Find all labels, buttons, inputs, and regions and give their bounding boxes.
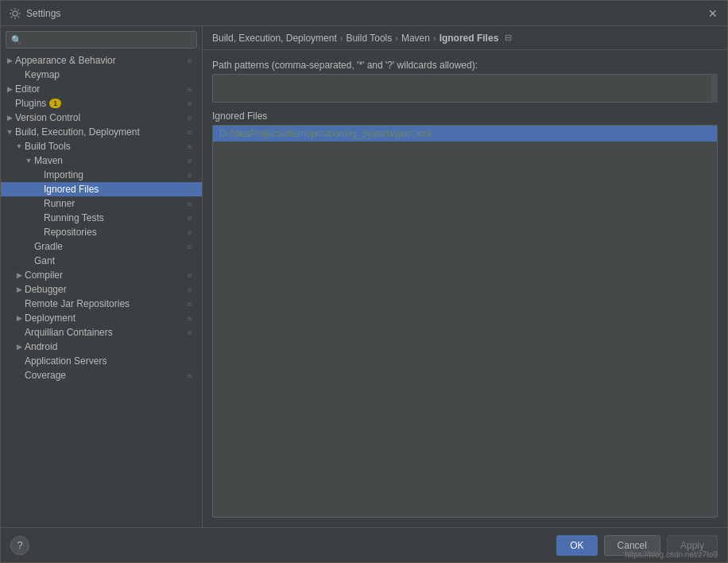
arrow-build-tools: ▼ (14, 142, 25, 150)
sidebar-item-repositories[interactable]: Repositories ≡ (1, 225, 202, 239)
ignored-files-list[interactable]: D:/IdeaProjects/demopositioning_system/p… (212, 125, 718, 518)
sidebar-item-build-exec[interactable]: ▼ Build, Execution, Deployment ≡ (1, 125, 202, 139)
sidebar-item-app-servers[interactable]: Application Servers (1, 354, 202, 368)
dialog-title: Settings (26, 8, 60, 19)
sidebar-item-deployment[interactable]: ▶ Deployment ≡ (1, 311, 202, 325)
ignored-files-label: Ignored Files (212, 111, 718, 122)
label-editor: Editor (15, 83, 40, 95)
label-maven: Maven (34, 155, 63, 166)
scroll-indicator (711, 74, 718, 103)
title-bar-left: Settings (9, 7, 60, 20)
config-icon-ignored: ≡ (184, 184, 196, 195)
close-button[interactable]: ✕ (707, 7, 719, 20)
config-icon-remote-jar: ≡ (184, 298, 196, 309)
config-icon-deployment: ≡ (184, 313, 196, 324)
help-button[interactable]: ? (10, 536, 29, 555)
label-plugins: Plugins (15, 98, 46, 109)
sidebar-item-build-tools[interactable]: ▼ Build Tools ≡ (1, 139, 202, 153)
config-icon-importing: ≡ (184, 169, 196, 181)
ignored-files-section: Ignored Files D:/IdeaProjects/demopositi… (212, 111, 718, 518)
label-importing: Importing (44, 169, 83, 181)
ignored-path-0: D:/IdeaProjects/demopositioning_system/p… (219, 128, 431, 139)
config-icon-vc: ≡ (184, 112, 196, 123)
config-icon-build-exec: ≡ (184, 126, 196, 138)
label-gant: Gant (34, 255, 55, 266)
panel-body: Path patterns (comma-separated, '*' and … (203, 50, 727, 527)
config-icon-coverage: ≡ (184, 370, 196, 381)
right-panel: Build, Execution, Deployment › Build Too… (203, 26, 727, 527)
config-icon-gradle: ≡ (184, 241, 196, 252)
footer: ? OK Cancel Apply https://blog.csdn.net/… (1, 527, 727, 562)
config-icon-editor: ≡ (184, 83, 196, 95)
label-app-servers: Application Servers (25, 355, 106, 367)
path-patterns-input[interactable] (212, 74, 718, 103)
path-patterns-section: Path patterns (comma-separated, '*' and … (212, 60, 718, 103)
config-icon-build-tools: ≡ (184, 141, 196, 152)
settings-dialog: Settings ✕ 🔍 ▶ Appearance & Behavior ≡ (0, 0, 728, 563)
path-patterns-label: Path patterns (comma-separated, '*' and … (212, 60, 718, 71)
footer-left: ? (10, 536, 29, 555)
config-icon-running-tests: ≡ (184, 212, 196, 223)
main-content: 🔍 ▶ Appearance & Behavior ≡ Keymap (1, 26, 727, 527)
label-build-tools: Build Tools (25, 141, 71, 152)
label-runner: Runner (44, 198, 75, 209)
ignored-item-0[interactable]: D:/IdeaProjects/demopositioning_system/p… (213, 126, 717, 142)
sidebar-item-compiler[interactable]: ▶ Compiler ≡ (1, 268, 202, 282)
search-input[interactable] (25, 34, 192, 45)
search-icon: 🔍 (11, 35, 22, 45)
sidebar-item-keymap[interactable]: Keymap (1, 68, 202, 82)
sidebar-item-ignored-files[interactable]: Ignored Files ≡ (1, 182, 202, 196)
breadcrumb-maven: Maven (401, 33, 430, 44)
label-appearance: Appearance & Behavior (15, 55, 116, 66)
label-version-control: Version Control (15, 112, 80, 123)
sidebar-item-android[interactable]: ▶ Android (1, 340, 202, 354)
config-icon-repositories: ≡ (184, 227, 196, 238)
sidebar-item-plugins[interactable]: Plugins 1 ≡ (1, 96, 202, 111)
sidebar-item-debugger[interactable]: ▶ Debugger ≡ (1, 282, 202, 297)
breadcrumb-bar: Build, Execution, Deployment › Build Too… (203, 26, 727, 50)
label-android: Android (25, 341, 57, 352)
label-ignored-files: Ignored Files (44, 184, 99, 195)
sidebar-item-arquillian[interactable]: Arquillian Containers ≡ (1, 325, 202, 340)
sidebar-item-remote-jar[interactable]: Remote Jar Repositories ≡ (1, 297, 202, 311)
label-compiler: Compiler (25, 270, 63, 281)
label-remote-jar: Remote Jar Repositories (25, 298, 130, 309)
label-keymap: Keymap (25, 69, 60, 80)
label-repositories: Repositories (44, 227, 97, 238)
sidebar-item-version-control[interactable]: ▶ Version Control ≡ (1, 111, 202, 125)
sidebar: 🔍 ▶ Appearance & Behavior ≡ Keymap (1, 26, 203, 527)
search-box[interactable]: 🔍 (6, 31, 197, 49)
sidebar-item-coverage[interactable]: Coverage ≡ (1, 368, 202, 382)
config-icon-maven: ≡ (184, 155, 196, 166)
sidebar-item-gant[interactable]: Gant (1, 254, 202, 268)
label-build-exec: Build, Execution, Deployment (15, 126, 140, 138)
label-gradle: Gradle (34, 241, 63, 252)
sidebar-item-importing[interactable]: Importing ≡ (1, 168, 202, 182)
ok-button[interactable]: OK (556, 535, 597, 556)
sidebar-item-editor[interactable]: ▶ Editor ≡ (1, 82, 202, 96)
sidebar-tree: ▶ Appearance & Behavior ≡ Keymap ▶ (1, 52, 202, 527)
sidebar-item-maven[interactable]: ▼ Maven ≡ (1, 153, 202, 168)
arrow-version-control: ▶ (4, 114, 15, 122)
breadcrumb-build-tools: Build Tools (346, 33, 392, 44)
title-bar: Settings ✕ (1, 1, 727, 26)
arrow-build-exec: ▼ (4, 128, 15, 136)
config-icon-runner: ≡ (184, 198, 196, 209)
config-icon-debugger: ≡ (184, 284, 196, 295)
arrow-debugger: ▶ (14, 285, 25, 293)
sidebar-item-runner[interactable]: Runner ≡ (1, 196, 202, 211)
sidebar-item-appearance[interactable]: ▶ Appearance & Behavior ≡ (1, 53, 202, 68)
sidebar-item-gradle[interactable]: Gradle ≡ (1, 239, 202, 254)
label-arquillian: Arquillian Containers (25, 327, 113, 338)
config-icon-arquillian: ≡ (184, 327, 196, 338)
breadcrumb-sep-1: › (340, 33, 343, 43)
breadcrumb-build-exec: Build, Execution, Deployment (212, 33, 337, 44)
config-icon-appearance: ≡ (184, 55, 196, 66)
arrow-appearance: ▶ (4, 56, 15, 64)
sidebar-item-running-tests[interactable]: Running Tests ≡ (1, 211, 202, 225)
arrow-compiler: ▶ (14, 271, 25, 279)
arrow-maven: ▼ (23, 157, 34, 165)
breadcrumb-ignored-files: Ignored Files (440, 33, 499, 44)
breadcrumb-options-button[interactable]: ⊟ (505, 33, 512, 43)
svg-point-0 (13, 11, 17, 16)
